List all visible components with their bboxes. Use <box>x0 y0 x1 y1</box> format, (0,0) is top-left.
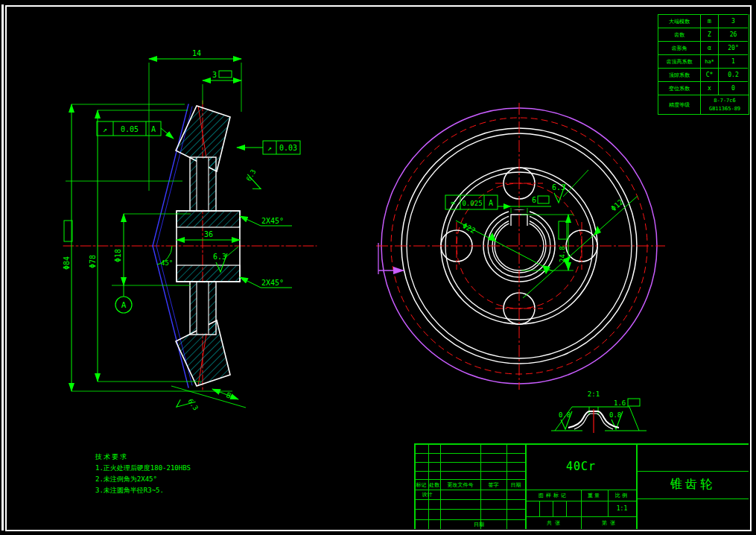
cone-angle-dim: 45° <box>157 246 173 267</box>
svg-text:6.3: 6.3 <box>213 253 226 261</box>
chamfer-callout-bottom: 2X45° <box>240 277 292 288</box>
param-symbol: α <box>700 41 718 54</box>
cad-canvas: { "param_table": { "rows": [ {"label":"大… <box>0 0 756 535</box>
scale-label: 比例 <box>608 490 636 501</box>
note-line: 1.正火处理后硬度180-210HBS <box>95 463 191 474</box>
notes-title: 技术要求 <box>95 452 191 463</box>
scale-value: 1:1 <box>608 501 636 516</box>
svg-text:0.025: 0.025 <box>462 200 482 207</box>
dim-bore-diameter: Φ22 <box>456 221 553 274</box>
revision-header-mark: 标记 <box>414 480 428 490</box>
param-symbol: m <box>700 14 718 28</box>
weight-label: 重量 <box>581 490 608 501</box>
dim-hole-diameter: Φ12 <box>523 196 638 298</box>
svg-text:Φ84: Φ84 <box>63 256 71 270</box>
table-row: 齿形角 α 20° <box>658 41 749 54</box>
roughness-symbol: 6.3 <box>243 168 267 192</box>
svg-text:2X45°: 2X45° <box>261 217 284 225</box>
dim-hub-length: 36 <box>204 230 213 238</box>
revision-header-signature: 签字 <box>480 480 506 490</box>
revision-header-count: 处数 <box>428 480 440 490</box>
svg-text:2X45°: 2X45° <box>261 279 284 287</box>
chamfer-callout-top: 2X45° <box>240 216 292 226</box>
fcf-runout-003: ↗ 0.03 <box>237 141 300 154</box>
stamp-label: 图样标记 <box>526 490 581 501</box>
runout-icon: ↗ <box>103 125 107 133</box>
revision-header-changefile: 更改文件号 <box>440 480 480 490</box>
technical-notes: 技术要求 1.正火处理后硬度180-210HBS 2.未注倒角为2X45° 3.… <box>95 452 191 496</box>
svg-text:45°: 45° <box>161 259 173 267</box>
svg-text:A: A <box>151 125 156 133</box>
param-label: 齿形角 <box>658 41 700 54</box>
svg-text:6: 6 <box>532 196 536 204</box>
date-label: 日期 <box>466 520 492 529</box>
table-row: 顶隙系数 C* 0.2 <box>658 68 749 81</box>
runout-icon: ↗ <box>267 144 272 152</box>
param-value: 20° <box>718 41 748 54</box>
web-hole-top <box>197 159 209 210</box>
svg-text:Φ18: Φ18 <box>114 249 122 262</box>
param-label: 齿数 <box>658 28 700 41</box>
param-value: 0 <box>718 81 748 95</box>
table-row: 变位系数 x 0 <box>658 81 749 95</box>
param-symbol: Z <box>700 28 718 41</box>
sheets-total: 共 张 <box>526 517 581 528</box>
detail-scale-label: 2:1 <box>588 390 600 398</box>
part-name: 锥齿轮 <box>638 471 748 498</box>
gear-front-view <box>376 103 665 390</box>
dim-offset: 3 <box>212 71 217 79</box>
material-spec: 40Cr <box>526 443 636 490</box>
roughness-symbol: 6.3 <box>174 393 200 418</box>
param-value: 26 <box>718 28 748 41</box>
web-hole-bottom <box>197 283 209 334</box>
param-label: 精度等级 <box>658 95 700 114</box>
param-value: 1 <box>718 54 748 68</box>
dim-rim-thickness: 8 <box>171 386 246 408</box>
table-row: 齿顶高系数 ha* 1 <box>658 54 749 68</box>
tooth-detail-view: 2:1 1.6 0.8 0.8 <box>551 390 647 433</box>
svg-text:Φ22: Φ22 <box>461 221 477 235</box>
table-row: 大端模数 m 3 <box>658 14 749 28</box>
accuracy-grade: 8-7-7c6 <box>714 97 736 105</box>
svg-text:A: A <box>121 300 127 310</box>
table-row: 精度等级 8-7-7c6 GB11365-89 <box>658 95 749 114</box>
hub-hatch-bottom <box>177 265 240 282</box>
fcf-runout-005: ↗ 0.05 A <box>97 121 174 139</box>
detail-note: 1.6 <box>614 399 626 407</box>
param-value: 3 <box>718 14 748 28</box>
revision-header-date: 日期 <box>506 480 525 490</box>
param-label: 齿顶高系数 <box>658 54 700 68</box>
accuracy-standard: GB11365-89 <box>709 105 740 113</box>
param-symbol: x <box>700 81 718 95</box>
param-label: 大端模数 <box>658 14 700 28</box>
right-view-dimensions: = 0.025 A 6 24.8 Φ22 <box>445 170 638 298</box>
svg-text:0.05: 0.05 <box>121 125 139 133</box>
svg-text:6.3: 6.3 <box>245 168 257 183</box>
gear-parameter-table: 大端模数 m 3 齿数 Z 26 齿形角 α 20° 齿顶高系数 ha* 1 顶… <box>658 14 749 115</box>
sheet-number: 第 张 <box>581 517 636 528</box>
tolerance-box <box>628 399 640 406</box>
dim-tooth-width: 14 <box>192 49 201 57</box>
svg-text:Φ12: Φ12 <box>609 197 625 212</box>
param-label: 变位系数 <box>658 81 700 95</box>
left-view-dimensions: 14 3 ↗ 0.05 A ↗ 0.03 6.3 <box>63 49 300 418</box>
param-symbol: ha* <box>700 54 718 68</box>
symmetry-icon: = <box>451 199 455 207</box>
table-row: 齿数 Z 26 <box>658 28 749 41</box>
svg-text:0.03: 0.03 <box>279 144 297 152</box>
datum-a-symbol: A <box>115 285 132 313</box>
svg-text:0.8: 0.8 <box>559 411 571 419</box>
param-value: 0.2 <box>718 68 748 81</box>
param-label: 顶隙系数 <box>658 68 700 81</box>
svg-text:0.8: 0.8 <box>609 411 621 419</box>
svg-text:8: 8 <box>225 390 232 399</box>
svg-text:6.3: 6.3 <box>186 397 200 411</box>
param-value: 8-7-7c6 GB11365-89 <box>700 95 749 114</box>
hub-hatch-top <box>177 211 240 227</box>
note-line: 2.未注倒角为2X45° <box>95 474 191 485</box>
param-symbol: C* <box>700 68 718 81</box>
tolerance-box <box>219 71 232 77</box>
arrowhead <box>504 203 511 209</box>
svg-text:Φ78: Φ78 <box>89 255 97 268</box>
roughness-symbol: 0.8 <box>559 411 572 429</box>
